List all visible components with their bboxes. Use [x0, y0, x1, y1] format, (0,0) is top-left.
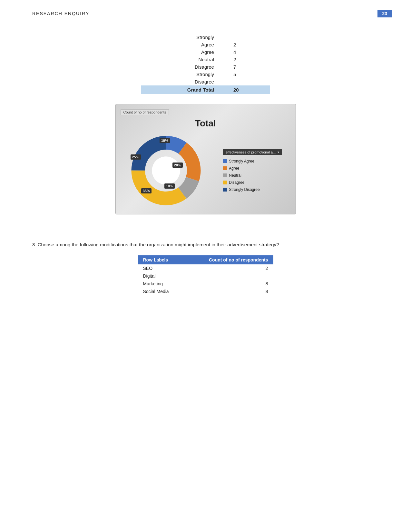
table2: Row Labels Count of no of respondents SE…	[138, 255, 273, 295]
row2-label-seo: SEO	[138, 264, 184, 272]
col-header-row-labels: Row Labels	[138, 255, 184, 264]
row-label: Agree	[141, 41, 220, 48]
table-row: Neutral 2	[141, 56, 270, 63]
row-value: 7	[220, 63, 270, 71]
chart-title: Total	[121, 118, 291, 129]
table-row: Agree 4	[141, 48, 270, 56]
row2-value-social: 8	[184, 288, 273, 295]
legend-item-strongly-agree: Strongly Agree	[223, 159, 282, 163]
legend-item-strongly-disagree: Strongly Disagree	[223, 187, 282, 192]
row-label: Disagree	[141, 78, 220, 85]
legend-label-neutral: Neutral	[229, 173, 241, 178]
row2-value-digital	[184, 272, 273, 280]
chart-container: Count of no of respondents Total	[115, 104, 296, 214]
row-value: 2	[220, 41, 270, 48]
response-table: Strongly Agree 2 Agree 4 Neutral 2 Disag…	[141, 34, 270, 94]
pct-label-35: 35%	[141, 188, 152, 193]
table-row: Disagree	[141, 78, 270, 85]
legend-dropdown[interactable]: effectiveness of promotional a...	[223, 149, 282, 155]
row-label: Disagree	[141, 63, 220, 71]
legend-label-disagree: Disagree	[229, 180, 244, 185]
row2-label-marketing: Marketing	[138, 280, 184, 288]
table-row: Strongly 5	[141, 71, 270, 78]
row-value: 4	[220, 48, 270, 56]
donut-hole	[152, 156, 180, 184]
table2-row-marketing: Marketing 8	[138, 280, 273, 288]
legend-item-disagree: Disagree	[223, 180, 282, 185]
table2-row-seo: SEO 2	[138, 264, 273, 272]
row-value: 5	[220, 71, 270, 78]
table2-header-row: Row Labels Count of no of respondents	[138, 255, 273, 264]
pct-label-10-top: 10%	[160, 138, 170, 143]
grand-total-label: Grand Total	[141, 85, 220, 94]
header-title: RESEARCH ENQUIRY	[32, 11, 89, 16]
pct-label-25: 25%	[131, 154, 141, 160]
donut-svg	[129, 133, 203, 208]
row2-label-digital: Digital	[138, 272, 184, 280]
question3-paragraph: 3. Choose among the following modificati…	[32, 240, 379, 249]
grand-total-row: Grand Total 20	[141, 85, 270, 94]
legend-color-neutral	[223, 173, 227, 177]
grand-total-value: 20	[220, 85, 270, 94]
row2-value-seo: 2	[184, 264, 273, 272]
row-value	[220, 78, 270, 85]
legend-color-agree	[223, 166, 227, 170]
row-label: Strongly	[141, 34, 220, 41]
row-label: Agree	[141, 48, 220, 56]
legend-item-neutral: Neutral	[223, 173, 282, 178]
col-header-count: Count of no of respondents	[184, 255, 273, 264]
legend-label-strongly-agree: Strongly Agree	[229, 159, 254, 163]
legend-label-strongly-disagree: Strongly Disagree	[229, 187, 259, 192]
row-value: 2	[220, 56, 270, 63]
chart-legend: effectiveness of promotional a... Strong…	[223, 149, 282, 192]
question3-text: 3. Choose among the following modificati…	[32, 240, 379, 249]
page-header: RESEARCH ENQUIRY 23	[0, 0, 411, 21]
table-row: Agree 2	[141, 41, 270, 48]
row2-value-marketing: 8	[184, 280, 273, 288]
main-content: Strongly Agree 2 Agree 4 Neutral 2 Disag…	[0, 21, 411, 315]
row2-label-social: Social Media	[138, 288, 184, 295]
table-row: Strongly	[141, 34, 270, 41]
table-row: Disagree 7	[141, 63, 270, 71]
row-label: Neutral	[141, 56, 220, 63]
legend-color-strongly-disagree	[223, 188, 227, 192]
pct-label-20: 20%	[172, 163, 183, 168]
legend-color-strongly-agree	[223, 159, 227, 163]
chart-count-label: Count of no of respondents	[121, 109, 169, 115]
pct-label-10-bottom: 10%	[164, 183, 175, 189]
page-number: 23	[377, 10, 392, 17]
row-label: Strongly	[141, 71, 220, 78]
legend-color-disagree	[223, 181, 227, 184]
row-value	[220, 34, 270, 41]
donut-chart: 10% 20% 10% 35% 25%	[129, 133, 203, 208]
legend-item-agree: Agree	[223, 166, 282, 171]
legend-label-agree: Agree	[229, 166, 239, 171]
chart-body: 10% 20% 10% 35% 25% effectiveness of pro…	[121, 133, 291, 208]
table2-row-digital: Digital	[138, 272, 273, 280]
table2-row-social: Social Media 8	[138, 288, 273, 295]
